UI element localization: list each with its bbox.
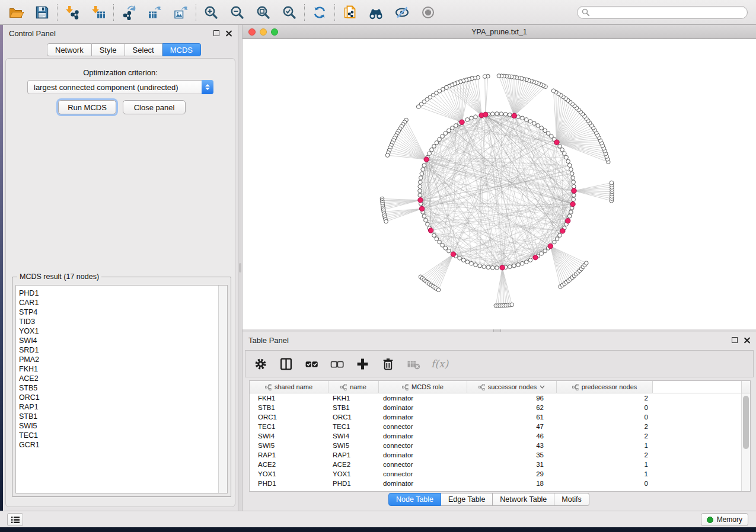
mcds-result-item[interactable]: SWI4	[16, 336, 218, 345]
table-cell[interactable]: 2	[557, 450, 653, 460]
search-input[interactable]	[577, 6, 748, 19]
table-cell[interactable]: SWI4	[328, 431, 379, 441]
table-cell[interactable]: STB1	[250, 403, 328, 412]
tab-mcds[interactable]: MCDS	[162, 43, 201, 56]
column-header-MCDS-role[interactable]: MCDS role	[379, 381, 467, 393]
table-cell[interactable]: 1	[557, 460, 653, 469]
table-cell[interactable]: connector	[379, 469, 467, 479]
table-scrollbar[interactable]	[741, 393, 750, 491]
delete-column-button[interactable]	[381, 357, 395, 371]
tab-motifs[interactable]: Motifs	[554, 493, 589, 506]
scrollbar-thumb[interactable]	[743, 396, 749, 449]
network-canvas[interactable]	[243, 39, 756, 329]
table-cell[interactable]: PHD1	[328, 479, 379, 488]
table-cell[interactable]: RAP1	[328, 450, 379, 460]
show-graphics-details-button[interactable]	[419, 4, 437, 21]
column-header-successor-nodes[interactable]: successor nodes	[467, 381, 557, 393]
table-cell[interactable]: 31	[467, 460, 557, 469]
table-row[interactable]: ACE2ACE2connector311	[250, 460, 741, 469]
zoom-in-button[interactable]	[202, 4, 220, 21]
close-panel-icon[interactable]	[744, 337, 750, 344]
mcds-result-item[interactable]: PHD1	[16, 289, 218, 298]
mcds-result-item[interactable]: ORC1	[16, 393, 218, 402]
table-cell[interactable]: dominator	[379, 412, 467, 422]
mcds-result-item[interactable]: TEC1	[16, 431, 218, 440]
mcds-result-item[interactable]: STB5	[16, 383, 218, 393]
table-cell[interactable]: TEC1	[250, 422, 328, 431]
table-cell[interactable]: 2	[557, 431, 653, 441]
table-row[interactable]: SWI5SWI5connector431	[250, 441, 741, 450]
table-cell[interactable]: dominator	[379, 479, 467, 488]
add-column-button[interactable]	[356, 357, 369, 371]
table-cell[interactable]: ACE2	[328, 460, 379, 469]
zoom-selected-button[interactable]	[280, 4, 298, 21]
table-cell[interactable]: STB1	[328, 403, 379, 412]
table-row[interactable]: PHD1PHD1dominator180	[250, 479, 741, 488]
table-cell[interactable]: dominator	[379, 450, 467, 460]
new-network-from-selection-button[interactable]	[341, 4, 359, 21]
delete-table-button[interactable]	[407, 357, 420, 371]
table-row[interactable]: FKH1FKH1dominator962	[250, 393, 741, 403]
table-cell[interactable]: 1	[557, 469, 653, 479]
criterion-select[interactable]: largest connected component (undirected)	[27, 80, 213, 94]
table-cell[interactable]: 46	[467, 431, 557, 441]
memory-button[interactable]: Memory	[701, 513, 748, 526]
refresh-layout-button[interactable]	[311, 4, 328, 21]
column-header-name[interactable]: name	[328, 381, 379, 393]
table-cell[interactable]: ACE2	[250, 460, 328, 469]
vertical-splitter[interactable]	[238, 25, 243, 511]
table-row[interactable]: ORC1ORC1dominator610	[250, 412, 741, 422]
table-cell[interactable]: ORC1	[328, 412, 379, 422]
show-columns-button[interactable]	[279, 357, 293, 371]
close-panel-button[interactable]: Close panel	[123, 100, 186, 114]
table-cell[interactable]: YOX1	[250, 469, 328, 479]
result-list-scrollbar[interactable]	[218, 286, 227, 493]
first-neighbors-button[interactable]	[367, 4, 385, 21]
mcds-result-item[interactable]: YOX1	[16, 326, 218, 336]
column-header-predecessor-nodes[interactable]: predecessor nodes	[557, 381, 653, 393]
mcds-result-item[interactable]: GCR1	[16, 440, 218, 450]
mcds-result-item[interactable]: ACE2	[16, 374, 218, 383]
table-cell[interactable]: connector	[379, 460, 467, 469]
tab-node-table[interactable]: Node Table	[388, 493, 441, 506]
zoom-out-button[interactable]	[228, 4, 246, 21]
close-panel-icon[interactable]	[225, 30, 232, 37]
tab-style[interactable]: Style	[92, 43, 125, 56]
table-cell[interactable]: dominator	[379, 403, 467, 412]
table-cell[interactable]: 96	[467, 393, 557, 403]
mcds-result-item[interactable]: FKH1	[16, 364, 218, 374]
table-cell[interactable]: dominator	[379, 431, 467, 441]
float-panel-icon[interactable]	[213, 30, 219, 36]
function-builder-button[interactable]: f(x)	[431, 358, 448, 370]
table-cell[interactable]: FKH1	[328, 393, 379, 403]
mcds-result-item[interactable]: PMA2	[16, 355, 218, 364]
export-image-button[interactable]	[172, 4, 190, 21]
table-cell[interactable]: 0	[557, 403, 653, 412]
table-cell[interactable]: YOX1	[328, 469, 379, 479]
deselect-all-button[interactable]	[330, 357, 344, 371]
export-table-button[interactable]	[146, 4, 164, 21]
tab-select[interactable]: Select	[125, 43, 162, 56]
table-cell[interactable]: 0	[557, 479, 653, 488]
table-cell[interactable]: FKH1	[250, 393, 328, 403]
run-mcds-button[interactable]: Run MCDS	[58, 100, 116, 114]
table-cell[interactable]: 47	[467, 422, 557, 431]
mcds-result-item[interactable]: SWI5	[16, 421, 218, 431]
table-cell[interactable]: dominator	[379, 393, 467, 403]
float-panel-icon[interactable]	[732, 337, 738, 343]
network-window-titlebar[interactable]: YPA_prune.txt_1	[243, 25, 756, 39]
table-row[interactable]: RAP1RAP1dominator352	[250, 450, 741, 460]
zoom-fit-button[interactable]	[254, 4, 272, 21]
table-cell[interactable]: ORC1	[250, 412, 328, 422]
mcds-result-item[interactable]: RAP1	[16, 402, 218, 412]
mcds-result-list[interactable]: PHD1CAR1STP4TID3YOX1SWI4SRD1PMA2FKH1ACE2…	[15, 285, 228, 493]
tab-network[interactable]: Network	[47, 43, 92, 56]
table-cell[interactable]: 62	[467, 403, 557, 412]
table-cell[interactable]: RAP1	[250, 450, 328, 460]
hide-graphics-details-button[interactable]	[393, 4, 411, 21]
table-cell[interactable]: connector	[379, 441, 467, 450]
mcds-result-item[interactable]: TID3	[16, 317, 218, 326]
network-graph[interactable]	[243, 39, 756, 329]
table-row[interactable]: STB1STB1dominator620	[250, 403, 741, 412]
tab-edge-table[interactable]: Edge Table	[441, 493, 493, 506]
